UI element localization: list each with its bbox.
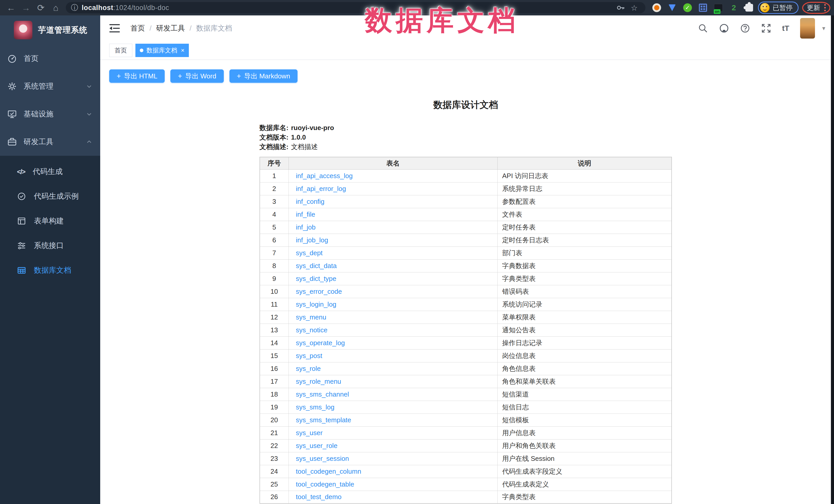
extensions-puzzle-icon[interactable] [744, 3, 754, 13]
row-description: API 访问日志表 [498, 169, 672, 182]
row-table-name: inf_api_access_log [288, 169, 498, 182]
header-table-name: 表名 [288, 157, 498, 169]
table-name-link[interactable]: inf_file [296, 211, 315, 218]
row-index: 12 [260, 311, 288, 324]
tag-home[interactable]: 首页 [109, 44, 132, 57]
breadcrumb-current: 数据库文档 [196, 23, 232, 33]
table-row: 4inf_file文件表 [260, 208, 672, 221]
table-name-link[interactable]: sys_dept [296, 249, 323, 257]
url-text[interactable]: localhost:1024/tool/db-doc [82, 4, 169, 12]
table-row: 5inf_job定时任务表 [260, 221, 672, 234]
table-name-link[interactable]: inf_api_error_log [296, 185, 346, 193]
extension-console-icon[interactable]: on [713, 3, 724, 13]
sidebar-collapse-icon[interactable] [109, 23, 120, 33]
tag-close-icon[interactable]: × [181, 47, 184, 53]
fullscreen-icon[interactable] [761, 23, 771, 34]
table-name-link[interactable]: sys_post [296, 352, 323, 359]
table-name-link[interactable]: sys_dict_data [296, 262, 337, 270]
chevron-down-icon [86, 111, 92, 117]
window-scrollbar[interactable] [831, 16, 834, 504]
avatar-dropdown-caret-icon[interactable]: ▾ [822, 25, 825, 32]
row-description: 操作日志记录 [498, 336, 672, 349]
browser-reload-icon[interactable]: ⟳ [34, 3, 48, 13]
sidebar-item-form-builder[interactable]: 表单构建 [0, 209, 100, 233]
address-bar[interactable]: ⓘ localhost:1024/tool/db-doc ☆ [66, 2, 645, 13]
table-name-link[interactable]: sys_role [296, 365, 321, 372]
font-size-icon[interactable]: tT [782, 24, 789, 32]
export-html-button[interactable]: + 导出 HTML [109, 69, 165, 83]
breadcrumb-devtools[interactable]: 研发工具 [156, 23, 185, 33]
extension-leaf-icon[interactable]: 2 [729, 3, 739, 13]
table-name-link[interactable]: sys_login_log [296, 301, 336, 308]
extension-drop-icon[interactable] [667, 3, 677, 13]
help-icon[interactable] [740, 23, 750, 34]
dashboard-icon [7, 54, 17, 64]
search-icon[interactable] [698, 23, 708, 34]
breadcrumb-home[interactable]: 首页 [131, 23, 145, 33]
table-name-link[interactable]: sys_user [296, 429, 323, 437]
row-index: 7 [260, 246, 288, 259]
github-icon[interactable] [719, 23, 729, 34]
sidebar-item-codegen-example[interactable]: 代码生成示例 [0, 184, 100, 209]
row-index: 2 [260, 182, 288, 195]
table-name-link[interactable]: sys_dict_type [296, 275, 336, 282]
table-row: 25tool_codegen_table代码生成表定义 [260, 478, 672, 491]
export-word-button[interactable]: + 导出 Word [170, 69, 223, 83]
row-description: 通知公告表 [498, 324, 672, 336]
table-name-link[interactable]: tool_codegen_column [296, 467, 361, 475]
doc-meta-value-1: 1.0.0 [291, 133, 306, 141]
site-info-icon[interactable]: ⓘ [71, 3, 78, 13]
row-index: 9 [260, 272, 288, 285]
table-row: 7sys_dept部门表 [260, 246, 672, 259]
table-name-link[interactable]: sys_sms_log [296, 403, 334, 411]
sidebar-item-label: 数据库文档 [34, 265, 71, 276]
table-row: 18sys_sms_channel短信渠道 [260, 388, 672, 401]
row-description: 文件表 [498, 208, 672, 221]
browser-back-icon[interactable]: ← [4, 3, 19, 13]
browser-update-button[interactable]: 更新 [802, 2, 830, 14]
sidebar-item-label: 系统管理 [24, 81, 53, 91]
table-name-link[interactable]: tool_test_demo [296, 493, 342, 501]
table-name-link[interactable]: sys_user_session [296, 455, 349, 462]
header-index: 序号 [260, 157, 288, 169]
profile-paused-pill[interactable]: 已暂停 [758, 2, 798, 14]
row-description: 角色和菜单关联表 [498, 375, 672, 388]
table-name-link[interactable]: inf_job [296, 223, 316, 231]
sidebar-item-codegen[interactable]: </> 代码生成 [0, 159, 100, 184]
row-index: 10 [260, 285, 288, 298]
browser-menu-icon[interactable] [824, 4, 826, 11]
sidebar-item-system[interactable]: 系统管理 [0, 72, 100, 100]
table-name-link[interactable]: inf_api_access_log [296, 172, 353, 180]
table-name-link[interactable]: sys_sms_template [296, 416, 351, 424]
user-avatar[interactable] [800, 18, 815, 39]
sidebar-item-home[interactable]: 首页 [0, 45, 100, 72]
tag-db-doc[interactable]: 数据库文档 × [135, 44, 189, 57]
table-name-link[interactable]: inf_config [296, 198, 325, 205]
table-name-link[interactable]: sys_role_menu [296, 377, 341, 385]
app-logo[interactable]: 芋道管理系统 [0, 16, 100, 45]
sidebar-item-devtools[interactable]: 研发工具 [0, 128, 100, 156]
extension-grid-icon[interactable] [698, 3, 708, 13]
password-key-icon[interactable] [616, 4, 625, 12]
table-name-link[interactable]: sys_menu [296, 313, 327, 321]
table-row: 24tool_codegen_column代码生成表字段定义 [260, 465, 672, 478]
sidebar-item-db-doc[interactable]: 数据库文档 [0, 258, 100, 283]
browser-forward-icon[interactable]: → [19, 3, 34, 13]
sidebar-item-system-api[interactable]: 系统接口 [0, 233, 100, 258]
table-name-link[interactable]: sys_operate_log [296, 339, 345, 347]
table-name-link[interactable]: sys_user_role [296, 442, 337, 450]
extension-target-icon[interactable] [652, 3, 662, 13]
extension-check-icon[interactable]: ✓ [682, 3, 693, 13]
table-name-link[interactable]: sys_sms_channel [296, 390, 349, 398]
bookmark-star-icon[interactable]: ☆ [631, 3, 638, 12]
sidebar-item-infrastructure[interactable]: 基础设施 [0, 100, 100, 128]
browser-home-icon[interactable]: ⌂ [48, 3, 63, 13]
export-markdown-button[interactable]: + 导出 Markdown [229, 69, 298, 83]
page-content: + 导出 HTML + 导出 Word + 导出 Markdown 数据库设计文… [100, 60, 834, 504]
table-name-link[interactable]: sys_error_code [296, 288, 342, 295]
row-index: 23 [260, 452, 288, 465]
table-name-link[interactable]: sys_notice [296, 326, 328, 334]
row-table-name: sys_sms_log [288, 401, 498, 414]
table-name-link[interactable]: inf_job_log [296, 236, 328, 244]
table-name-link[interactable]: tool_codegen_table [296, 480, 354, 488]
